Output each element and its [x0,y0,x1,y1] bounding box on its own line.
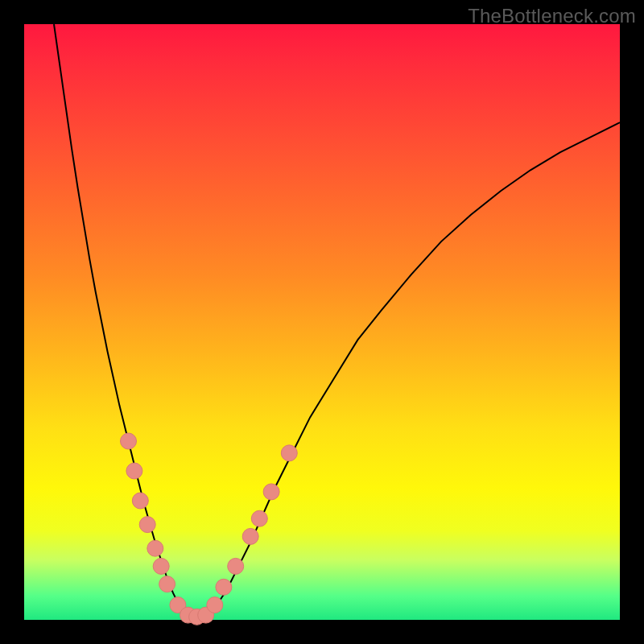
data-marker [281,445,297,461]
data-marker [263,484,279,500]
data-marker [139,517,155,533]
data-marker [126,463,142,479]
chart-svg [24,24,620,620]
data-marker [147,540,163,556]
data-marker [228,558,244,574]
marker-layer [121,433,298,625]
data-marker [159,576,175,592]
data-marker [153,558,169,574]
data-marker [121,433,137,449]
data-marker [216,579,232,595]
data-marker [132,493,148,509]
data-marker [251,510,267,526]
data-marker [207,597,223,613]
bottleneck-curve [54,24,620,618]
data-marker [242,528,258,544]
